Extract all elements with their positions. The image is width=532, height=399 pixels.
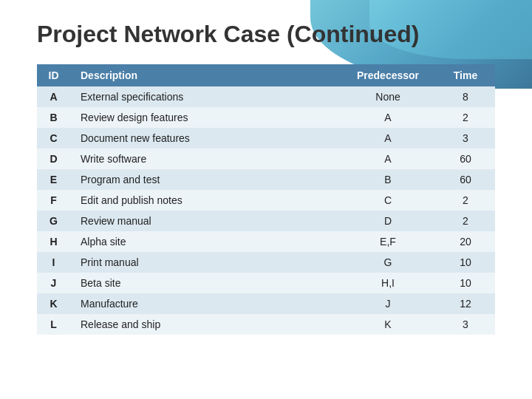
cell-predecessor: B bbox=[340, 169, 436, 190]
table-row: GReview manualD2 bbox=[37, 211, 495, 231]
col-header-predecessor: Predecessor bbox=[340, 64, 436, 86]
cell-predecessor: A bbox=[340, 107, 436, 128]
cell-description: Review manual bbox=[70, 211, 340, 231]
cell-description: Review design features bbox=[70, 107, 340, 128]
cell-id: K bbox=[37, 293, 70, 314]
cell-predecessor: J bbox=[340, 293, 436, 314]
cell-time: 2 bbox=[436, 190, 495, 211]
cell-time: 10 bbox=[436, 252, 495, 273]
data-table-container: ID Description Predecessor Time AExterna… bbox=[37, 64, 495, 335]
cell-predecessor: E,F bbox=[340, 231, 436, 252]
page-title: Project Network Case (Continued) bbox=[37, 21, 495, 48]
cell-time: 12 bbox=[436, 293, 495, 314]
table-row: LRelease and shipK3 bbox=[37, 314, 495, 335]
table-row: IPrint manualG10 bbox=[37, 252, 495, 273]
cell-description: Alpha site bbox=[70, 231, 340, 252]
cell-id: A bbox=[37, 86, 70, 107]
table-row: FEdit and publish notesC2 bbox=[37, 190, 495, 211]
cell-id: J bbox=[37, 273, 70, 293]
cell-predecessor: A bbox=[340, 128, 436, 149]
cell-description: Release and ship bbox=[70, 314, 340, 335]
cell-time: 2 bbox=[436, 211, 495, 231]
cell-description: Print manual bbox=[70, 252, 340, 273]
col-header-id: ID bbox=[37, 64, 70, 86]
cell-time: 3 bbox=[436, 128, 495, 149]
cell-time: 3 bbox=[436, 314, 495, 335]
cell-description: Write software bbox=[70, 149, 340, 169]
cell-predecessor: K bbox=[340, 314, 436, 335]
cell-predecessor: D bbox=[340, 211, 436, 231]
cell-time: 20 bbox=[436, 231, 495, 252]
cell-time: 60 bbox=[436, 169, 495, 190]
cell-time: 8 bbox=[436, 86, 495, 107]
cell-description: External specifications bbox=[70, 86, 340, 107]
cell-time: 2 bbox=[436, 107, 495, 128]
table-row: DWrite softwareA60 bbox=[37, 149, 495, 169]
cell-id: G bbox=[37, 211, 70, 231]
cell-predecessor: G bbox=[340, 252, 436, 273]
cell-description: Manufacture bbox=[70, 293, 340, 314]
cell-description: Program and test bbox=[70, 169, 340, 190]
table-row: HAlpha siteE,F20 bbox=[37, 231, 495, 252]
col-header-time: Time bbox=[436, 64, 495, 86]
cell-description: Edit and publish notes bbox=[70, 190, 340, 211]
cell-predecessor: C bbox=[340, 190, 436, 211]
cell-predecessor: H,I bbox=[340, 273, 436, 293]
cell-predecessor: None bbox=[340, 86, 436, 107]
cell-id: D bbox=[37, 149, 70, 169]
table-row: KManufactureJ12 bbox=[37, 293, 495, 314]
table-row: JBeta siteH,I10 bbox=[37, 273, 495, 293]
table-row: AExternal specificationsNone8 bbox=[37, 86, 495, 107]
table-header-row: ID Description Predecessor Time bbox=[37, 64, 495, 86]
table-row: EProgram and testB60 bbox=[37, 169, 495, 190]
cell-id: H bbox=[37, 231, 70, 252]
cell-id: L bbox=[37, 314, 70, 335]
cell-description: Beta site bbox=[70, 273, 340, 293]
cell-time: 10 bbox=[436, 273, 495, 293]
cell-predecessor: A bbox=[340, 149, 436, 169]
cell-id: C bbox=[37, 128, 70, 149]
cell-description: Document new features bbox=[70, 128, 340, 149]
cell-id: B bbox=[37, 107, 70, 128]
cell-id: F bbox=[37, 190, 70, 211]
project-network-table: ID Description Predecessor Time AExterna… bbox=[37, 64, 495, 335]
table-row: CDocument new featuresA3 bbox=[37, 128, 495, 149]
cell-time: 60 bbox=[436, 149, 495, 169]
cell-id: E bbox=[37, 169, 70, 190]
table-row: BReview design featuresA2 bbox=[37, 107, 495, 128]
col-header-description: Description bbox=[70, 64, 340, 86]
cell-id: I bbox=[37, 252, 70, 273]
